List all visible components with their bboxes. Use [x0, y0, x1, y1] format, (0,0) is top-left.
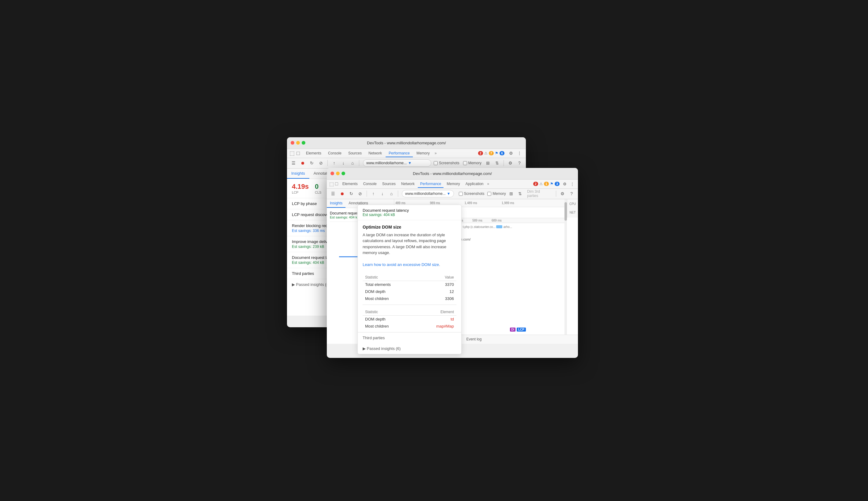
help-front[interactable]: ? — [567, 190, 575, 198]
sidebar-toggle-front[interactable]: ☰ — [329, 190, 337, 198]
memory-checkbox-front[interactable] — [487, 192, 491, 196]
dim-3rd-parties[interactable]: Dim 3rd parties — [527, 189, 552, 198]
stat-most-children-2: Most children — [362, 323, 415, 330]
col-statistic-1: Statistic — [362, 274, 427, 281]
close-button[interactable] — [291, 141, 294, 145]
screenshots-check-back[interactable]: Screenshots — [434, 161, 459, 165]
optimize-dom-title: Optimize DOM size — [362, 225, 456, 232]
insights-tab-back[interactable]: Insights — [287, 169, 310, 179]
record-back[interactable]: ⏺ — [299, 159, 307, 167]
home-back[interactable]: ⌂ — [349, 159, 357, 167]
error-badge-front: 2 — [533, 182, 538, 186]
reload-back[interactable]: ↻ — [308, 159, 316, 167]
tab-console-front[interactable]: Console — [361, 181, 379, 188]
maximize-button[interactable] — [302, 141, 305, 145]
dom-learn-link[interactable]: Learn how to avoid an excessive DOM size — [362, 262, 439, 267]
sep2 — [359, 160, 359, 166]
tab-elements-back[interactable]: Elements — [303, 150, 324, 157]
settings2-back[interactable]: ⚙ — [506, 159, 514, 167]
tab-memory-back[interactable]: Memory — [413, 150, 433, 157]
url-text-front: www.milliondollarhome... — [405, 192, 446, 196]
tick-589: 589 ms — [472, 219, 482, 222]
stop-front[interactable]: ⊘ — [357, 190, 365, 198]
front-sep2 — [398, 191, 398, 197]
front-maximize-button[interactable] — [341, 172, 345, 175]
di-badge-front: DI — [510, 328, 516, 332]
val-total-elements: 3370 — [427, 281, 456, 288]
lcp-label-back: LCP — [292, 191, 309, 194]
el-dom-depth: td — [415, 315, 456, 323]
home-front[interactable]: ⌂ — [388, 190, 395, 198]
scrollbar-front[interactable] — [564, 199, 567, 334]
more-btn-front[interactable]: ⋮ — [569, 181, 575, 187]
tab-network-back[interactable]: Network — [366, 150, 385, 157]
help-back[interactable]: ? — [516, 159, 523, 167]
front-traffic-lights — [330, 172, 345, 175]
more-btn-back[interactable]: ⋮ — [516, 149, 523, 157]
memory-check-front[interactable]: Memory — [487, 192, 506, 196]
sep1 — [327, 160, 328, 166]
col-element-2: Element — [415, 309, 456, 316]
tab-performance-front[interactable]: Performance — [418, 181, 444, 188]
cpu-label: CPU — [569, 202, 576, 206]
memory-check-back[interactable]: Memory — [463, 161, 481, 165]
front-close-button[interactable] — [330, 172, 334, 175]
val-most-children: 3306 — [427, 295, 456, 302]
tab-network-front[interactable]: Network — [399, 181, 417, 188]
tab-console-back[interactable]: Console — [325, 150, 345, 157]
record-front[interactable]: ⏺ — [338, 190, 346, 198]
minimize-button[interactable] — [296, 141, 300, 145]
tab-memory-front[interactable]: Memory — [444, 181, 462, 188]
network-conditions-front[interactable]: ⇅ — [516, 190, 524, 198]
screenshots-checkbox-front[interactable] — [459, 192, 463, 196]
tab-elements-front[interactable]: Elements — [340, 181, 360, 188]
screenshots-checkbox-back[interactable] — [434, 161, 438, 165]
elements-icon: □ — [296, 150, 300, 157]
upload-front[interactable]: ↑ — [369, 190, 377, 198]
memory-label-back: Memory — [468, 161, 481, 165]
url-bar-back[interactable]: www.milliondollarhome... ▼ — [363, 159, 431, 167]
cpu-net-labels: CPU NET — [567, 199, 578, 217]
url-bar-front[interactable]: www.milliondollarhome... ▼ — [402, 190, 454, 197]
event-log-tab-front[interactable]: Event log — [463, 336, 485, 343]
more-tabs-front[interactable]: » — [487, 182, 489, 186]
front-perf-toolbar: ☰ ⏺ ↻ ⊘ ↑ ↓ ⌂ www.milliondollarhome... ▼… — [327, 189, 578, 199]
sidebar-toggle-back[interactable]: ☰ — [290, 159, 297, 167]
popup-doc-request[interactable]: Document request latency Est savings: 40… — [358, 205, 461, 220]
tick-689: 689 ms — [491, 219, 502, 222]
settings-btn-front[interactable]: ⚙ — [561, 181, 568, 187]
settings2-front[interactable]: ⚙ — [558, 190, 567, 198]
stop-back[interactable]: ⊘ — [317, 159, 325, 167]
warn-badge-back: 7 — [489, 151, 494, 155]
settings-btn-back[interactable]: ⚙ — [507, 149, 515, 157]
memory-label-front: Memory — [492, 192, 506, 196]
download-front[interactable]: ↓ — [379, 190, 387, 198]
tab-sources-back[interactable]: Sources — [345, 150, 365, 157]
upload-back[interactable]: ↑ — [330, 159, 338, 167]
back-dev-tabs: ⬚ □ Elements Console Sources Network Per… — [287, 149, 526, 158]
front-dev-tabs: ⬚ □ Elements Console Sources Network Per… — [327, 180, 578, 189]
more-tabs-back[interactable]: » — [435, 151, 437, 155]
scrollbar-thumb-front[interactable] — [564, 202, 567, 221]
error-icon-front: ⚠ — [539, 182, 543, 186]
popup-passed-insights[interactable]: ▶ Passed insights (6) — [358, 343, 461, 354]
download-back[interactable]: ↓ — [339, 159, 347, 167]
reload-front[interactable]: ↻ — [347, 190, 355, 198]
back-window-title: DevTools - www.milliondollarhomepage.com… — [367, 141, 446, 145]
traffic-lights — [291, 141, 305, 145]
popup-third-parties[interactable]: Third parties — [358, 332, 461, 343]
tab-performance-back[interactable]: Performance — [386, 150, 413, 157]
warn-badge-front: 1 — [544, 182, 549, 186]
screenshots-label-back: Screenshots — [439, 161, 459, 165]
screenshots-check-front[interactable]: Screenshots — [459, 192, 485, 196]
memory-checkbox-back[interactable] — [463, 161, 467, 165]
front-minimize-button[interactable] — [336, 172, 340, 175]
stat-dom-depth: DOM depth — [362, 288, 427, 295]
tab-sources-front[interactable]: Sources — [380, 181, 398, 188]
network-conditions-back[interactable]: ⇅ — [493, 159, 501, 167]
cpu-profile-btn-back[interactable]: ⊞ — [484, 159, 492, 167]
insights-tab-front[interactable]: Insights — [327, 199, 346, 208]
val-dom-depth: 12 — [427, 288, 456, 295]
tab-application-front[interactable]: Application — [463, 181, 486, 188]
cpu-profile-btn-front[interactable]: ⊞ — [507, 190, 515, 198]
